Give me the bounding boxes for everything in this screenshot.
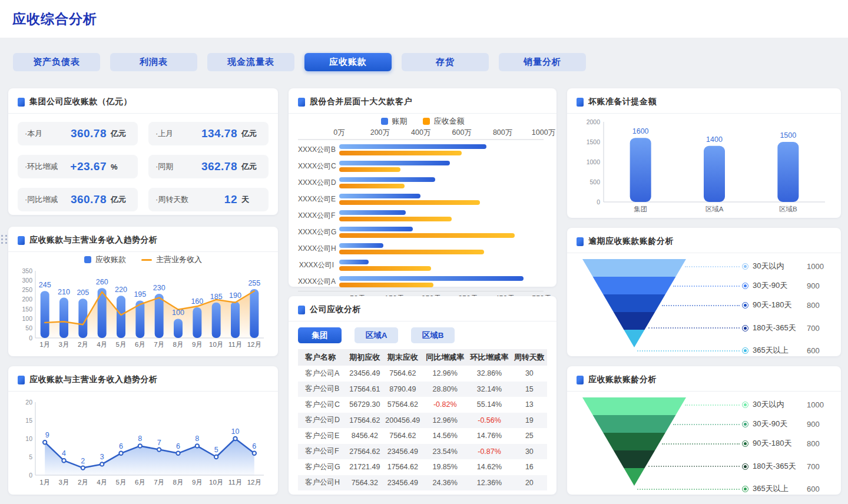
svg-text:10: 10 xyxy=(231,427,240,436)
tab-6[interactable]: 销量分析 xyxy=(499,53,586,71)
debtor-row: XXXX公司D xyxy=(298,174,544,191)
svg-text:10: 10 xyxy=(25,435,32,442)
panel-title: 应收账款与主营业务收入趋势分析 xyxy=(29,235,158,246)
debtor-row: XXXX公司B xyxy=(298,141,544,158)
svg-text:2月: 2月 xyxy=(78,479,88,486)
svg-text:5月: 5月 xyxy=(116,479,127,486)
debtor-row: XXXX公司A xyxy=(298,273,544,290)
svg-text:9月: 9月 xyxy=(192,479,203,486)
svg-text:185: 185 xyxy=(210,293,223,301)
svg-text:255: 255 xyxy=(248,279,260,287)
funnel-legend-item: 180天-365天700 xyxy=(742,453,830,479)
funnel-legend-item: 90天-180天800 xyxy=(742,434,830,453)
panel-trend-combo: 应收账款与主营业务收入趋势分析 应收账款主营业务收入 0501001502002… xyxy=(8,227,278,356)
panel-aging-funnel: 应收账款账龄分析 30天以内100030天-90天90090天-180天8001… xyxy=(567,366,841,495)
panel-icon xyxy=(577,98,584,107)
tab-4[interactable]: 应收账款 xyxy=(304,53,392,71)
overdue-funnel-chart: 30天以内100030天-90天90090天-180天800180天-365天7… xyxy=(577,256,832,363)
panel-kpi: 集团公司应收账款（亿元） ·本月360.78亿元·上月134.78亿元·环比增减… xyxy=(8,88,278,215)
panel-title: 股份合并层面十大欠款客户 xyxy=(310,97,412,107)
panel-trend-line: 应收账款与主营业务收入趋势分析 0510152094236876851061月3… xyxy=(8,366,278,495)
svg-text:7月: 7月 xyxy=(154,341,164,348)
tab-2[interactable]: 利润表 xyxy=(110,53,197,71)
svg-text:区域A: 区域A xyxy=(705,205,724,213)
svg-text:区域B: 区域B xyxy=(779,205,797,213)
svg-text:11月: 11月 xyxy=(228,479,242,486)
kpi-card: ·同期362.78亿元 xyxy=(148,155,269,178)
svg-text:220: 220 xyxy=(115,286,127,294)
drag-handle[interactable] xyxy=(1,235,7,244)
region-tab-3[interactable]: 区域B xyxy=(411,327,455,343)
svg-text:100: 100 xyxy=(172,309,184,317)
debtor-row: XXXX公司I xyxy=(298,257,544,273)
panel-icon xyxy=(18,376,25,384)
panel-receivable-table: 公司应收分析 集团区域A区域B 客户名称期初应收期末应收同比增减率环比增减率周转… xyxy=(289,296,556,495)
panel-title: 坏账准备计提金额 xyxy=(588,97,657,107)
funnel-legend-item: 365天以上600 xyxy=(742,341,830,360)
table-row: 客户公司C56729.3057564.62-0.82%55.14%13 xyxy=(298,397,547,413)
table-row: 客户公司A23456.497564.6212.96%32.86%30 xyxy=(298,366,547,382)
svg-text:2000: 2000 xyxy=(587,118,601,125)
debtors-chart: 0万200万400万600万800万1000万XXXX公司BXXXX公司CXXX… xyxy=(298,128,547,304)
debtor-row: XXXX公司H xyxy=(298,240,544,257)
debtor-row: XXXX公司C xyxy=(298,158,544,174)
svg-text:150: 150 xyxy=(22,306,32,313)
panel-icon xyxy=(298,306,305,314)
svg-text:300: 300 xyxy=(22,277,32,284)
panel-title: 逾期应收账款账龄分析 xyxy=(588,236,674,247)
svg-text:4月: 4月 xyxy=(97,341,107,348)
funnel-legend-item: 30天以内1000 xyxy=(742,257,830,276)
svg-text:7月: 7月 xyxy=(154,479,164,486)
kpi-card: ·周转天数12天 xyxy=(148,188,269,211)
svg-text:8: 8 xyxy=(195,435,199,443)
funnel-legend-item: 180天-365天700 xyxy=(742,315,830,341)
svg-text:1月: 1月 xyxy=(39,341,50,348)
tab-5[interactable]: 存货 xyxy=(402,53,489,71)
region-tab-1[interactable]: 集团 xyxy=(298,327,342,343)
svg-text:200: 200 xyxy=(22,296,32,303)
panel-icon xyxy=(577,376,584,384)
trend-combo-chart: 0501001502002503003502452102052602201952… xyxy=(18,266,269,358)
svg-text:350: 350 xyxy=(22,267,32,274)
kpi-card: ·同比增减360.78亿元 xyxy=(18,188,138,211)
svg-text:6: 6 xyxy=(176,442,180,450)
svg-text:11月: 11月 xyxy=(228,341,242,348)
svg-text:100: 100 xyxy=(22,315,32,322)
debtor-row: XXXX公司F xyxy=(298,207,544,224)
svg-text:245: 245 xyxy=(39,281,51,289)
svg-text:6月: 6月 xyxy=(135,341,145,348)
svg-text:10月: 10月 xyxy=(209,479,223,486)
debtor-row: XXXX公司E xyxy=(298,191,544,207)
svg-text:4月: 4月 xyxy=(97,479,107,486)
svg-text:7: 7 xyxy=(157,439,161,447)
tab-3[interactable]: 现金流量表 xyxy=(207,53,294,71)
svg-text:0: 0 xyxy=(597,198,600,205)
region-tab-2[interactable]: 区域A xyxy=(355,327,398,343)
svg-text:6月: 6月 xyxy=(135,479,145,486)
svg-text:15: 15 xyxy=(25,417,32,424)
tab-1[interactable]: 资产负债表 xyxy=(13,53,100,71)
svg-text:8月: 8月 xyxy=(173,479,184,486)
svg-text:4: 4 xyxy=(62,449,66,457)
top-bar: 应收综合分析 xyxy=(0,0,848,38)
table-row: 客户公司G21721.4917564.6219.85%14.62%16 xyxy=(298,459,547,475)
svg-text:9月: 9月 xyxy=(192,341,203,348)
debtors-top-axis: 0万200万400万600万800万1000万 xyxy=(339,128,544,138)
svg-text:50: 50 xyxy=(25,324,32,331)
panel-title: 集团公司应收账款（亿元） xyxy=(29,97,132,107)
svg-text:1400: 1400 xyxy=(706,135,723,144)
funnel-legend-item: 30天以内1000 xyxy=(742,395,830,415)
panel-icon xyxy=(577,237,584,246)
kpi-card: ·上月134.78亿元 xyxy=(148,122,269,145)
trend-combo-legend: 应收账款主营业务收入 xyxy=(18,253,269,266)
svg-text:2月: 2月 xyxy=(78,341,88,348)
panel-title: 应收账款账龄分析 xyxy=(588,374,657,385)
svg-text:0: 0 xyxy=(29,472,32,479)
svg-text:210: 210 xyxy=(58,288,70,296)
svg-text:8: 8 xyxy=(138,435,142,443)
svg-text:6: 6 xyxy=(119,442,123,450)
kpi-grid: ·本月360.78亿元·上月134.78亿元·环比增减+23.67%·同期362… xyxy=(18,122,269,211)
panel-top-debtors: 股份合并层面十大欠款客户 账期应收金额 0万200万400万600万800万10… xyxy=(289,88,556,287)
panel-icon xyxy=(18,236,25,245)
svg-text:20: 20 xyxy=(25,399,32,406)
